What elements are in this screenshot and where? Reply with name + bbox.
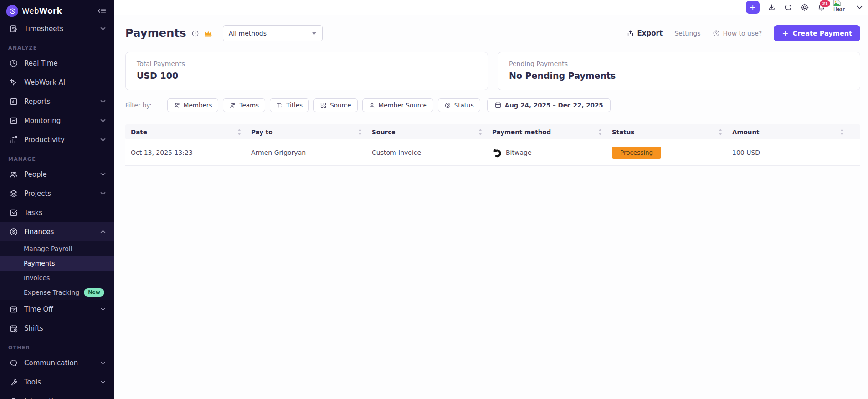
sidebar-item-monitoring[interactable]: Monitoring (0, 111, 114, 130)
sidebar-item-timesheets[interactable]: Timesheets (0, 19, 114, 38)
avatar-alt-text: Hear (833, 6, 849, 12)
settings-link[interactable]: Settings (674, 30, 700, 37)
sidebar-item-label: Tasks (24, 209, 42, 217)
sidebar-item-productivity[interactable]: Productivity (0, 130, 114, 149)
clock-icon (9, 59, 18, 68)
filter-by-label: Filter by: (125, 102, 152, 109)
chevron-down-icon (100, 173, 106, 176)
sort-icon[interactable] (358, 129, 362, 135)
methods-dropdown[interactable]: All methods (223, 25, 323, 41)
download-icon[interactable] (767, 3, 776, 12)
sidebar-subitem-expense-tracking[interactable]: Expense Tracking New (0, 285, 114, 300)
sort-icon[interactable] (719, 129, 722, 135)
sidebar-item-shifts[interactable]: Shifts (0, 319, 114, 338)
timesheets-icon (9, 24, 18, 33)
chevron-down-icon[interactable] (857, 5, 863, 10)
column-header-payment-method[interactable]: Payment method (487, 124, 606, 139)
sidebar-item-finances[interactable]: Finances (0, 222, 114, 241)
sidebar-item-projects[interactable]: Projects (0, 184, 114, 203)
filter-source[interactable]: Source (313, 98, 357, 112)
sidebar-item-people[interactable]: People (0, 165, 114, 184)
sidebar-item-label: Projects (24, 189, 51, 198)
date-range-picker[interactable]: Aug 24, 2025 – Dec 22, 2025 (487, 98, 611, 112)
sidebar-item-webwork-ai[interactable]: WebWork AI (0, 73, 114, 92)
column-header-date[interactable]: Date (125, 124, 246, 139)
methods-dropdown-value: All methods (229, 30, 267, 37)
sidebar: WebWork Timesheets ANALYZE Real Time (0, 0, 114, 399)
sidebar-collapse-icon[interactable] (98, 7, 107, 15)
sidebar-item-label: Monitoring (24, 117, 61, 125)
table-header: Date Pay to Source Payment method Status… (125, 124, 860, 139)
sidebar-item-time-off[interactable]: Time Off (0, 300, 114, 319)
sidebar-item-label: Time Off (24, 305, 53, 313)
brand-name: WebWork (22, 6, 62, 15)
wrench-icon (9, 378, 18, 387)
grid-icon (320, 102, 327, 109)
page-header: Payments All methods Export Settings How… (125, 25, 860, 41)
filter-titles[interactable]: Titles (270, 98, 309, 112)
monitoring-icon (9, 116, 18, 125)
sidebar-item-integrations[interactable]: Integrations (0, 392, 114, 399)
crown-icon (204, 30, 213, 37)
column-header-source[interactable]: Source (366, 124, 487, 139)
bell-icon[interactable]: 21 (817, 3, 826, 12)
sort-icon[interactable] (237, 129, 241, 135)
sidebar-item-label: People (24, 170, 47, 179)
chevron-down-icon (100, 138, 106, 142)
export-icon (627, 30, 634, 37)
sidebar-item-tools[interactable]: Tools (0, 373, 114, 392)
sidebar-item-label: Expense Tracking (24, 289, 79, 296)
sort-icon[interactable] (598, 129, 602, 135)
sidebar-item-communication[interactable]: Communication (0, 353, 114, 373)
bar-chart-icon (9, 97, 18, 106)
layers-icon (9, 189, 18, 198)
dollar-circle-icon (9, 227, 18, 236)
quick-add-button[interactable]: + (746, 1, 760, 14)
filter-members[interactable]: Members (167, 98, 219, 112)
avatar[interactable]: Hear (833, 0, 849, 15)
sidebar-item-reports[interactable]: Reports (0, 92, 114, 111)
main-content: Payments All methods Export Settings How… (114, 15, 868, 399)
export-button[interactable]: Export (627, 29, 663, 37)
create-payment-button[interactable]: + Create Payment (774, 25, 860, 41)
filter-member-source[interactable]: Member Source (362, 98, 433, 112)
table-row[interactable]: Oct 13, 2025 13:23 Armen Grigoryan Custo… (125, 139, 860, 166)
section-analyze: ANALYZE (0, 38, 114, 54)
growth-chart-icon (9, 135, 18, 144)
sidebar-item-real-time[interactable]: Real Time (0, 54, 114, 73)
sidebar-item-label: Payments (24, 260, 55, 267)
column-header-pay-to[interactable]: Pay to (246, 124, 366, 139)
gear-icon[interactable] (800, 3, 809, 12)
chat-icon[interactable] (784, 3, 792, 12)
how-to-use-link[interactable]: How to use? (713, 30, 762, 37)
cell-status: Processing (606, 139, 727, 165)
sort-icon[interactable] (840, 129, 844, 135)
sidebar-item-label: Invoices (24, 274, 50, 281)
pending-payments-card: Pending Payments No Pending Payments (498, 52, 860, 90)
filter-status[interactable]: Status (438, 98, 480, 112)
sidebar-item-tasks[interactable]: Tasks (0, 203, 114, 222)
chevron-down-icon (100, 361, 106, 365)
status-badge: Processing (612, 147, 661, 159)
broken-image-icon (833, 0, 841, 6)
person-pin-icon (369, 102, 375, 109)
card-label: Total Payments (137, 60, 477, 67)
calendar-x-icon (9, 305, 18, 314)
sidebar-subitem-manage-payroll[interactable]: Manage Payroll (0, 241, 114, 256)
sidebar-item-label: Tools (24, 378, 41, 386)
sort-icon[interactable] (478, 129, 482, 135)
chevron-down-icon (312, 32, 317, 35)
plus-icon: + (782, 30, 788, 37)
filter-teams[interactable]: Teams (223, 98, 265, 112)
info-icon[interactable] (191, 30, 199, 37)
sidebar-subitem-invoices[interactable]: Invoices (0, 271, 114, 285)
filter-bar: Filter by: Members Teams Titles Source M… (125, 98, 860, 112)
column-header-status[interactable]: Status (606, 124, 727, 139)
sidebar-item-label: Productivity (24, 136, 65, 144)
sidebar-subitem-payments[interactable]: Payments (0, 256, 114, 271)
sidebar-nav: Timesheets ANALYZE Real Time WebWork AI (0, 19, 114, 399)
sidebar-item-label: Integrations (24, 397, 65, 399)
calendar-clock-icon (9, 324, 18, 333)
sidebar-item-label: Finances (24, 228, 54, 236)
column-header-amount[interactable]: Amount (727, 124, 860, 139)
